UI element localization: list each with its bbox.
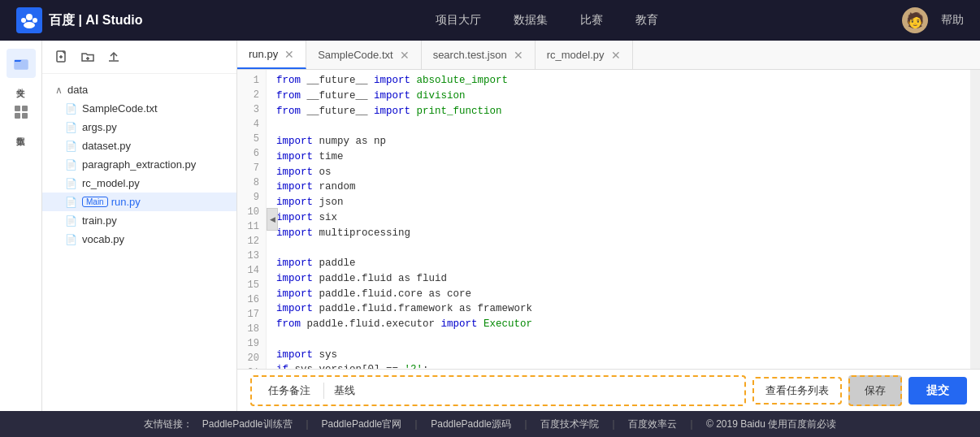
code-line (276, 240, 960, 256)
task-note-label[interactable]: 任务备注 (258, 380, 320, 401)
view-tasks-button[interactable]: 查看任务列表 (752, 377, 842, 405)
footer-link-paddleofficial[interactable]: PaddlePaddle官网 (322, 418, 402, 431)
collapse-arrow[interactable]: ◀ (267, 208, 278, 231)
code-line: from __future__ import absolute_import (276, 73, 960, 89)
code-line: if sys.version[0] == '2': (276, 362, 960, 369)
line-number: 13 (237, 249, 259, 263)
nav-item-projects[interactable]: 项目大厅 (436, 13, 481, 28)
code-line (276, 332, 960, 348)
folder-name: data (67, 84, 88, 96)
new-file-button[interactable] (52, 47, 72, 67)
svg-point-2 (33, 18, 37, 23)
upload-button[interactable] (104, 47, 124, 67)
tree-item-samplecode[interactable]: 📄 SampleCode.txt (42, 99, 236, 118)
file-tree-button[interactable] (7, 49, 36, 78)
logo: 百度 | AI Studio (16, 7, 143, 33)
editor-area: run.py ✕ SampleCode.txt ✕ search.test.js… (237, 41, 980, 411)
help-link[interactable]: 帮助 (941, 13, 964, 28)
tab-searchtestjson[interactable]: search.test.json ✕ (422, 41, 536, 69)
file-tree: ∧ data 📄 SampleCode.txt 📄 args.py 📄 data… (42, 41, 237, 411)
new-folder-button[interactable] (78, 47, 98, 67)
code-line: import json (276, 195, 960, 210)
tab-samplecode[interactable]: SampleCode.txt ✕ (306, 41, 422, 69)
tree-folder-data[interactable]: ∧ data (42, 80, 236, 99)
file-icon: 📄 (65, 141, 77, 152)
line-number: 15 (237, 278, 259, 292)
nav-item-education[interactable]: 教育 (635, 13, 658, 28)
footer-link-paddlesrc[interactable]: PaddlePaddle源码 (431, 418, 511, 431)
tree-item-runpy[interactable]: 📄 Main run.py (42, 193, 236, 211)
footer-sep: ｜ (411, 418, 421, 431)
tree-item-train[interactable]: 📄 train.py (42, 211, 236, 230)
tree-item-dataset[interactable]: 📄 dataset.py (42, 136, 236, 155)
tab-close-runpy[interactable]: ✕ (284, 49, 294, 60)
line-numbers: 123456789101112131415161718192021222324 (237, 70, 267, 369)
footer-link-baiducloud[interactable]: 百度效率云 (628, 418, 677, 431)
chevron-down-icon: ∧ (55, 84, 63, 96)
line-number: 2 (237, 88, 259, 102)
file-name: run.py (111, 196, 141, 208)
code-line: import os (276, 165, 960, 180)
save-button[interactable]: 保存 (848, 375, 902, 406)
tab-label: run.py (249, 48, 278, 60)
upload-icon (107, 50, 120, 63)
code-editor: 123456789101112131415161718192021222324 … (237, 70, 980, 369)
footer-copyright: © 2019 Baidu 使用百度前必读 (706, 418, 836, 431)
line-number: 8 (237, 175, 259, 190)
grid-icon (13, 104, 29, 120)
line-number: 18 (237, 322, 259, 336)
tab-label: rc_model.py (547, 49, 605, 61)
submit-button[interactable]: 提交 (908, 377, 967, 405)
line-number: 7 (237, 161, 259, 175)
footer-link-baidutechacademy[interactable]: 百度技术学院 (540, 418, 599, 431)
tree-item-vocab[interactable]: 📄 vocab.py (42, 230, 236, 249)
bottom-bar: 任务备注 基线 查看任务列表 保存 提交 (237, 369, 980, 411)
bottom-right: 查看任务列表 保存 提交 (752, 375, 967, 406)
file-icon: 📄 (65, 215, 77, 227)
code-line: import paddle (276, 256, 960, 271)
line-number: 3 (237, 102, 259, 117)
svg-point-3 (24, 22, 35, 28)
file-name: rc_model.py (82, 177, 140, 189)
code-content[interactable]: from __future__ import absolute_importfr… (267, 70, 970, 369)
tree-item-paragraph[interactable]: 📄 paragraph_extraction.py (42, 155, 236, 174)
code-line: from paddle.fluid.executor import Execut… (276, 317, 960, 332)
line-number: 5 (237, 132, 259, 146)
nav-item-datasets[interactable]: 数据集 (514, 13, 548, 28)
scrollbar[interactable] (970, 70, 980, 369)
tab-close-samplecode[interactable]: ✕ (400, 50, 410, 61)
tab-close-rcmodel[interactable]: ✕ (611, 50, 621, 61)
footer-link-paddlecamp[interactable]: PaddlePaddle训练营 (202, 418, 293, 431)
tree-item-rcmodel[interactable]: 📄 rc_model.py (42, 174, 236, 193)
tree-item-args[interactable]: 📄 args.py (42, 118, 236, 136)
baseline-label[interactable]: 基线 (327, 380, 738, 401)
footer-prefix: 友情链接： (144, 418, 193, 431)
file-name: SampleCode.txt (82, 102, 158, 115)
tab-label: search.test.json (433, 49, 507, 61)
code-line: import paddle.fluid.core as core (276, 287, 960, 302)
file-name: vocab.py (82, 233, 124, 245)
sidebar-section-files: 文件夹 (7, 49, 36, 81)
svg-point-1 (21, 18, 26, 23)
tab-close-searchtestjson[interactable]: ✕ (514, 50, 523, 61)
line-number: 17 (237, 307, 259, 322)
code-line: import six (276, 210, 960, 226)
footer: 友情链接： PaddlePaddle训练营 ｜ PaddlePaddle官网 ｜… (0, 411, 980, 437)
header: 百度 | AI Studio 项目大厅 数据集 比赛 教育 🧑 帮助 (0, 0, 980, 41)
nav-item-competition[interactable]: 比赛 (580, 13, 603, 28)
tab-runpy[interactable]: run.py ✕ (237, 41, 306, 69)
footer-sep: ｜ (521, 418, 531, 431)
file-tree-toolbar (42, 41, 236, 74)
file-icon: 📄 (65, 103, 77, 115)
new-folder-icon (81, 50, 94, 63)
tab-label: SampleCode.txt (318, 49, 393, 61)
file-icon: 📄 (65, 159, 77, 171)
sidebar-icons: 文件夹 数据集 (0, 41, 42, 411)
footer-sep: ｜ (302, 418, 312, 431)
code-line (276, 119, 960, 134)
tab-rcmodel[interactable]: rc_model.py ✕ (536, 41, 633, 69)
code-line: import paddle.fluid as fluid (276, 271, 960, 287)
avatar[interactable]: 🧑 (902, 7, 928, 33)
datasets-button[interactable] (7, 97, 36, 127)
line-number: 12 (237, 234, 259, 249)
